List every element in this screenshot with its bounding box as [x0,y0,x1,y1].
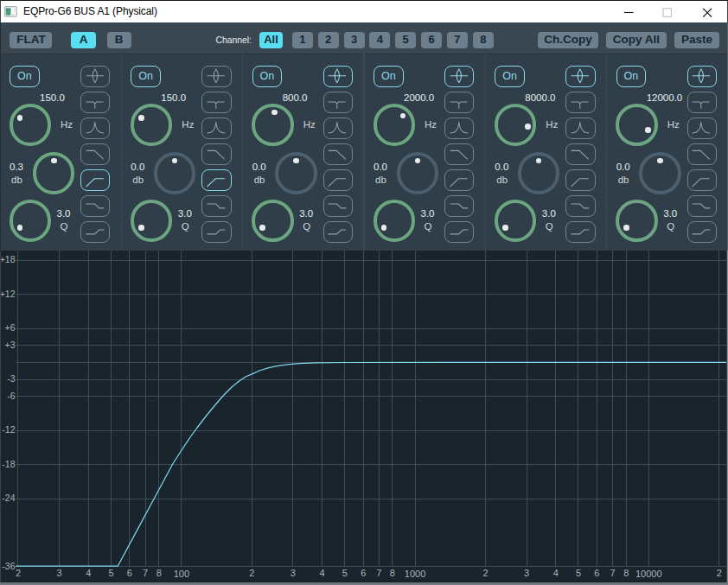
svg-text:-36: -36 [2,561,15,571]
svg-text:7: 7 [610,568,615,578]
svg-text:2: 2 [16,568,21,578]
svg-text:+6: +6 [5,322,16,333]
svg-text:5: 5 [576,568,581,578]
svg-text:4: 4 [86,568,91,578]
svg-text:-3: -3 [7,373,15,384]
svg-text:3: 3 [291,568,296,578]
svg-text:6: 6 [594,568,599,578]
svg-text:3: 3 [57,568,62,578]
svg-text:-6: -6 [7,391,15,401]
svg-text:8: 8 [623,568,629,578]
svg-text:4: 4 [553,568,559,578]
svg-text:-18: -18 [2,459,15,469]
svg-text:10000: 10000 [635,569,662,579]
svg-text:2: 2 [717,568,722,578]
svg-text:7: 7 [143,568,148,578]
svg-text:8: 8 [390,568,395,578]
svg-text:+3: +3 [5,340,16,350]
svg-text:3: 3 [524,568,529,578]
svg-text:-12: -12 [2,424,15,435]
svg-text:6: 6 [127,568,132,578]
svg-text:2: 2 [482,568,488,578]
svg-text:8: 8 [156,568,162,578]
svg-text:100: 100 [174,569,189,579]
svg-text:+18: +18 [0,254,16,264]
svg-text:-24: -24 [2,493,15,503]
svg-text:4: 4 [320,568,325,578]
svg-text:6: 6 [361,568,366,578]
svg-text:1000: 1000 [405,569,425,579]
svg-text:5: 5 [342,568,348,578]
svg-text:2: 2 [249,568,254,578]
svg-text:+12: +12 [0,289,16,299]
svg-text:7: 7 [376,568,381,578]
svg-text:5: 5 [108,568,113,578]
